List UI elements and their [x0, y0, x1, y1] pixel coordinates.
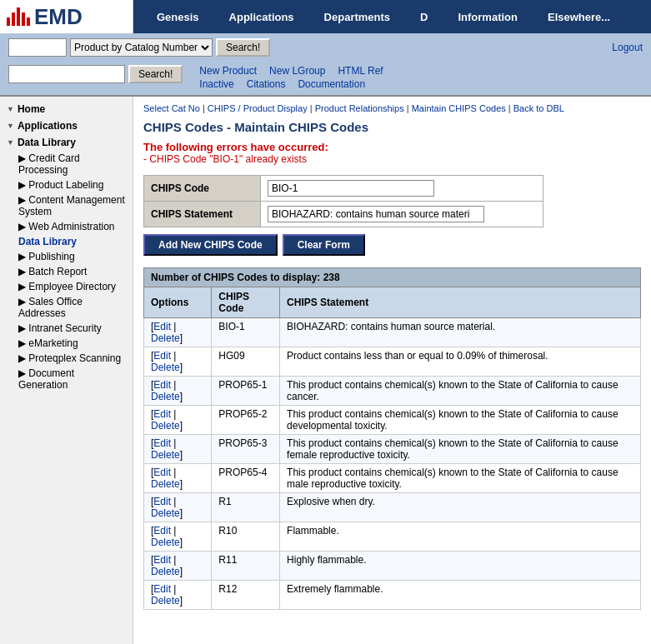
chips-statement-row: CHIPS Statement — [144, 202, 543, 227]
sidebar-item-web-admin[interactable]: ▶ Web Administration — [0, 219, 133, 234]
inactive-link[interactable]: Inactive — [199, 78, 233, 90]
clear-form-button[interactable]: Clear Form — [283, 234, 365, 256]
error-box: The following errors have occurred: - CH… — [143, 141, 641, 165]
sidebar-label-web-admin: Web Administration — [28, 221, 114, 232]
nav-elsewhere[interactable]: Elsewhere... — [533, 11, 625, 23]
sidebar-item-home[interactable]: ▼ Home — [0, 101, 133, 117]
chips-statement-input[interactable] — [268, 206, 484, 222]
sidebar-item-publishing[interactable]: ▶ Publishing — [0, 249, 133, 264]
catalog-search-input[interactable] — [8, 38, 67, 57]
sidebar-item-intranet-security[interactable]: ▶ Intranet Security — [0, 321, 133, 336]
results-count: Number of CHIPS Codes to display: 238 — [143, 267, 641, 287]
row-statement: Highly flammable. — [280, 552, 641, 581]
results-header-row: Options CHIPS Code CHIPS Statement — [144, 287, 641, 318]
delete-link[interactable]: Delete — [151, 332, 180, 344]
add-chips-code-button[interactable]: Add New CHIPS Code — [143, 234, 278, 256]
results-table: Options CHIPS Code CHIPS Statement [Edit… — [143, 287, 641, 610]
citations-link[interactable]: Citations — [247, 78, 286, 90]
nav-d[interactable]: D — [405, 11, 443, 23]
breadcrumb-chips-product-display[interactable]: CHIPS / Product Display — [208, 103, 308, 113]
chips-code-input[interactable] — [268, 180, 434, 197]
delete-link[interactable]: Delete — [151, 566, 180, 577]
edit-link[interactable]: Edit — [153, 496, 171, 507]
col-chips-code: CHIPS Code — [212, 287, 280, 318]
new-product-link[interactable]: New Product — [199, 65, 257, 77]
breadcrumb-product-relationships[interactable]: Product Relationships — [315, 103, 404, 113]
error-heading: The following errors have occurred: — [143, 141, 641, 153]
sidebar-item-data-library-top[interactable]: ▼ Data Library — [0, 134, 133, 151]
edit-link[interactable]: Edit — [153, 437, 171, 449]
delete-link[interactable]: Delete — [151, 391, 180, 402]
delete-link[interactable]: Delete — [151, 507, 180, 519]
table-row: [Edit | Delete]HG09Product contains less… — [144, 347, 641, 377]
search-button-2[interactable]: Search! — [128, 65, 183, 83]
search-button[interactable]: Search! — [216, 38, 270, 57]
edit-link[interactable]: Edit — [153, 554, 171, 566]
sidebar-label-intranet-security: Intranet Security — [28, 322, 101, 334]
new-lgroup-link[interactable]: New LGroup — [269, 65, 325, 77]
table-row: [Edit | Delete]R10Flammable. — [144, 522, 641, 552]
row-options: [Edit | Delete] — [144, 493, 212, 522]
edit-link[interactable]: Edit — [153, 379, 171, 391]
chips-code-label: CHIPS Code — [144, 176, 261, 202]
col-chips-statement: CHIPS Statement — [280, 287, 641, 318]
table-row: [Edit | Delete]R12Extremely flammable. — [144, 581, 641, 610]
sidebar-item-cms[interactable]: ▶ Content Management System — [0, 192, 133, 219]
html-ref-link[interactable]: HTML Ref — [338, 65, 383, 77]
nav-applications[interactable]: Applications — [214, 11, 309, 23]
row-options: [Edit | Delete] — [144, 318, 212, 347]
search-dropdown[interactable]: Product by Catalog Number Product by Nam… — [70, 38, 213, 57]
breadcrumb: Select Cat No | CHIPS / Product Display … — [143, 103, 641, 113]
table-row: [Edit | Delete]R1Explosive when dry. — [144, 493, 641, 522]
sidebar-label-publishing: Publishing — [28, 251, 74, 262]
nav-genesis[interactable]: Genesis — [142, 11, 214, 23]
edit-link[interactable]: Edit — [153, 525, 171, 537]
search-bar: Product by Catalog Number Product by Nam… — [0, 33, 651, 62]
search-input-2[interactable] — [8, 65, 125, 83]
sidebar-label-emarketing: eMarketing — [28, 337, 78, 349]
documentation-link[interactable]: Documentation — [298, 78, 365, 90]
sidebar-item-credit-card[interactable]: ▶ Credit Card Processing — [0, 151, 133, 177]
edit-link[interactable]: Edit — [153, 467, 171, 478]
sidebar-label-credit-card: Credit Card Processing — [18, 152, 80, 176]
breadcrumb-maintain-chips-codes[interactable]: Maintain CHIPS Codes — [412, 103, 506, 113]
delete-link[interactable]: Delete — [151, 449, 180, 461]
breadcrumb-select-cat-no[interactable]: Select Cat No — [143, 103, 200, 113]
sidebar-label-data-library-active: Data Library — [18, 236, 77, 247]
sidebar-item-emarketing[interactable]: ▶ eMarketing — [0, 336, 133, 351]
sidebar-item-employee-directory[interactable]: ▶ Employee Directory — [0, 279, 133, 294]
delete-link[interactable]: Delete — [151, 420, 180, 432]
delete-link[interactable]: Delete — [151, 537, 180, 548]
nav-departments[interactable]: Departments — [309, 11, 405, 23]
delete-link[interactable]: Delete — [151, 362, 180, 373]
row-options: [Edit | Delete] — [144, 581, 212, 610]
row-statement: Explosive when dry. — [280, 493, 641, 522]
col-options: Options — [144, 287, 212, 318]
logout-link[interactable]: Logout — [612, 42, 643, 53]
sidebar-item-data-library-active[interactable]: Data Library — [0, 234, 133, 249]
sidebar-item-sales-office[interactable]: ▶ Sales Office Addresses — [0, 294, 133, 321]
delete-link[interactable]: Delete — [151, 595, 180, 607]
sidebar-item-batch-report[interactable]: ▶ Batch Report — [0, 264, 133, 279]
edit-link[interactable]: Edit — [153, 321, 171, 332]
row-options: [Edit | Delete] — [144, 522, 212, 552]
edit-link[interactable]: Edit — [153, 350, 171, 362]
logo-area: EMD — [0, 0, 133, 33]
row-code: R1 — [212, 493, 280, 522]
sidebar-item-proteqplex[interactable]: ▶ Proteqplex Scanning — [0, 351, 133, 366]
table-row: [Edit | Delete]BIO-1BIOHAZARD: contains … — [144, 318, 641, 347]
table-row: [Edit | Delete]PROP65-2This product cont… — [144, 406, 641, 435]
nav-information[interactable]: Information — [443, 11, 533, 23]
sidebar-label-applications: Applications — [18, 120, 78, 132]
edit-link[interactable]: Edit — [153, 408, 171, 420]
table-row: [Edit | Delete]PROP65-4This product cont… — [144, 464, 641, 493]
delete-link[interactable]: Delete — [151, 478, 180, 490]
sidebar-item-document-generation[interactable]: ▶ Document Generation — [0, 366, 133, 392]
breadcrumb-back-to-dbl[interactable]: Back to DBL — [513, 103, 564, 113]
table-row: [Edit | Delete]PROP65-1This product cont… — [144, 377, 641, 406]
sidebar-label-data-library-top: Data Library — [18, 137, 76, 148]
sidebar: ▼ Home ▼ Applications ▼ Data Library ▶ C… — [0, 97, 133, 644]
edit-link[interactable]: Edit — [153, 583, 171, 595]
sidebar-item-applications[interactable]: ▼ Applications — [0, 117, 133, 134]
sidebar-item-product-labeling[interactable]: ▶ Product Labeling — [0, 177, 133, 192]
